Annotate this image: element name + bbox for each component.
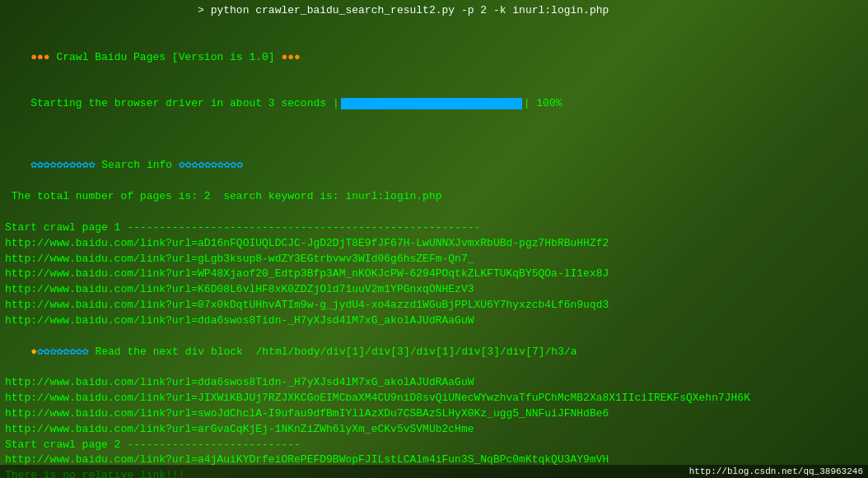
- crawl-title-text: Crawl Baidu Pages [Version is 1.0]: [50, 51, 282, 63]
- terminal-window: > python crawler_baidu_search_result2.py…: [0, 0, 868, 478]
- dots-orange-1: ●●●: [30, 51, 49, 63]
- read-next-line: ●✿✿✿✿✿✿✿✿ Read the next div block /html/…: [5, 329, 863, 376]
- url-line-6: http://www.baidu.com/link?url=dda6swos8T…: [5, 313, 863, 329]
- url-line-4: http://www.baidu.com/link?url=K6D08L6vlH…: [5, 282, 863, 298]
- url-line-7: http://www.baidu.com/link?url=dda6swos8T…: [5, 375, 863, 391]
- url-line-1: http://www.baidu.com/link?url=aD16nFQOIU…: [5, 236, 863, 252]
- footer-link: http://blog.csdn.net/qq_38963246: [689, 466, 863, 476]
- progress-text-end: | 100%: [524, 97, 562, 109]
- progress-line: Starting the browser driver in about 3 s…: [5, 81, 863, 128]
- url-line-10: http://www.baidu.com/link?url=arGvaCqKjE…: [5, 422, 863, 438]
- read-next-text: Read the next div block /html/body/div[1…: [89, 346, 577, 358]
- blank-line-3: [5, 205, 863, 220]
- total-pages-line: The total number of pages is: 2 search k…: [5, 189, 863, 205]
- warning-wavy: ✿✿✿✿✿✿✿✿: [37, 346, 89, 358]
- progress-bar: [341, 98, 522, 109]
- progress-text-start: Starting the browser driver in about 3 s…: [30, 97, 338, 109]
- search-wavy-right: ✿✿✿✿✿✿✿✿✿✿: [179, 159, 243, 171]
- search-header-line: ✿✿✿✿✿✿✿✿✿✿ Search info ✿✿✿✿✿✿✿✿✿✿: [5, 143, 863, 190]
- url-line-9: http://www.baidu.com/link?url=swoJdChclA…: [5, 406, 863, 422]
- url-line-3: http://www.baidu.com/link?url=WP48Xjaof2…: [5, 267, 863, 282]
- footer-bar: http://blog.csdn.net/qq_38963246: [0, 465, 868, 478]
- url-line-5: http://www.baidu.com/link?url=07x0kDqtUH…: [5, 298, 863, 313]
- command-line: > python crawler_baidu_search_result2.py…: [5, 3, 863, 19]
- search-wavy-left: ✿✿✿✿✿✿✿✿✿✿: [30, 159, 101, 171]
- blank-line-1: [5, 19, 863, 35]
- crawl-title-line: ●●● Crawl Baidu Pages [Version is 1.0] ●…: [5, 35, 863, 81]
- dots-orange-2: ●●●: [281, 51, 300, 63]
- start-crawl-2: Start crawl page 2 ---------------------…: [5, 438, 863, 453]
- warning-dot: ●: [30, 346, 37, 358]
- search-header-label: Search info: [101, 159, 179, 171]
- blank-line-2: [5, 128, 863, 143]
- url-line-8: http://www.baidu.com/link?url=JIXWiKBJUj…: [5, 391, 863, 406]
- start-crawl-1: Start crawl page 1 ---------------------…: [5, 220, 863, 236]
- url-line-2: http://www.baidu.com/link?url=gLgb3ksup8…: [5, 252, 863, 267]
